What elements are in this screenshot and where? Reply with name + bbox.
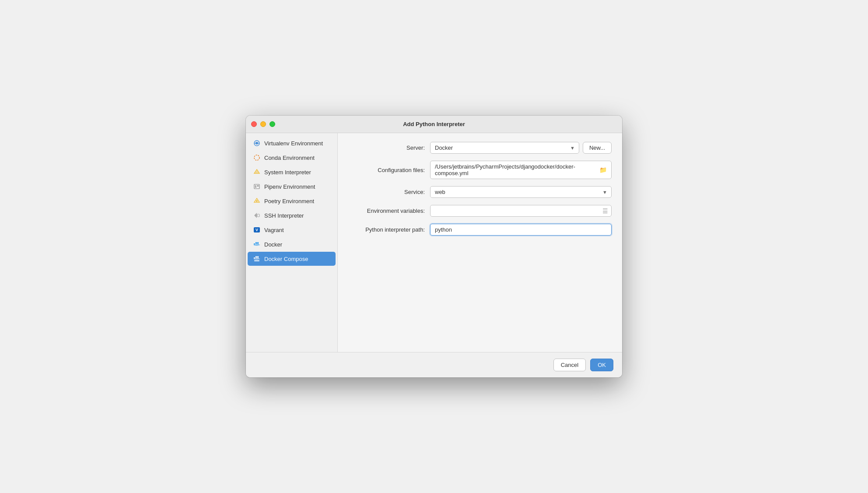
- dialog-footer: Cancel OK: [246, 352, 622, 377]
- service-row: Service: web db redis ▼: [348, 186, 612, 198]
- svg-rect-17: [257, 242, 259, 243]
- svg-rect-16: [256, 242, 257, 243]
- sidebar-item-vagrant[interactable]: V Vagrant: [248, 223, 336, 237]
- config-files-field[interactable]: /Users/jetbrains/PycharmProjects/djangod…: [430, 161, 612, 179]
- service-label: Service:: [348, 189, 425, 195]
- system-icon: [253, 168, 261, 176]
- env-vars-control: ☰: [430, 205, 612, 217]
- svg-rect-18: [254, 257, 255, 259]
- sidebar-item-poetry[interactable]: Poetry Environment: [248, 194, 336, 208]
- close-button[interactable]: [251, 121, 257, 127]
- svg-rect-13: [254, 243, 255, 245]
- interpreter-path-row: Python interpreter path:: [348, 224, 612, 236]
- interpreter-path-control: [430, 224, 612, 236]
- sidebar: Virtualenv Environment Conda Environment: [246, 133, 338, 352]
- sidebar-item-label: Poetry Environment: [264, 198, 314, 204]
- config-files-label: Configuration files:: [348, 167, 425, 173]
- interpreter-path-label: Python interpreter path:: [348, 226, 425, 233]
- sidebar-item-label: SSH Interpreter: [264, 212, 304, 219]
- svg-rect-20: [257, 257, 259, 259]
- svg-marker-9: [254, 213, 257, 218]
- server-row: Server: Docker Docker Machine Custom ▼ N…: [348, 142, 612, 154]
- svg-rect-10: [257, 214, 259, 217]
- poetry-icon: [253, 197, 261, 205]
- sidebar-item-system[interactable]: System Interpreter: [248, 165, 336, 179]
- sidebar-item-conda[interactable]: Conda Environment: [248, 151, 336, 165]
- svg-rect-14: [256, 243, 257, 245]
- svg-point-1: [256, 142, 258, 144]
- add-python-interpreter-dialog: Add Python Interpreter Virtualenv Enviro…: [246, 116, 622, 377]
- config-files-value: /Users/jetbrains/PycharmProjects/djangod…: [435, 163, 599, 176]
- sidebar-item-label: Docker Compose: [264, 256, 308, 262]
- svg-rect-15: [257, 243, 259, 245]
- svg-rect-7: [257, 185, 259, 187]
- config-files-row: Configuration files: /Users/jetbrains/Py…: [348, 161, 612, 179]
- title-bar: Add Python Interpreter: [246, 116, 622, 133]
- cancel-button[interactable]: Cancel: [553, 359, 586, 371]
- config-control: /Users/jetbrains/PycharmProjects/djangod…: [430, 161, 612, 179]
- svg-point-8: [256, 200, 258, 202]
- docker-icon: [253, 240, 261, 248]
- sidebar-item-ssh[interactable]: SSH Interpreter: [248, 208, 336, 222]
- env-vars-label: Environment variables:: [348, 208, 425, 214]
- service-select[interactable]: web db redis: [430, 186, 612, 198]
- docker-compose-icon: [253, 255, 261, 263]
- svg-rect-21: [256, 256, 257, 257]
- dialog-content: Virtualenv Environment Conda Environment: [246, 133, 622, 352]
- dialog-title: Add Python Interpreter: [403, 121, 465, 127]
- sidebar-item-pipenv[interactable]: Pipenv Environment: [248, 180, 336, 194]
- server-select-wrap: Docker Docker Machine Custom ▼: [430, 142, 579, 154]
- sidebar-item-docker-compose[interactable]: Docker Compose: [248, 252, 336, 266]
- server-label: Server:: [348, 144, 425, 151]
- new-server-button[interactable]: New...: [583, 142, 612, 154]
- sidebar-item-label: Conda Environment: [264, 155, 315, 161]
- svg-rect-23: [254, 260, 259, 261]
- sidebar-item-label: System Interpreter: [264, 169, 311, 176]
- interpreter-path-input[interactable]: [430, 224, 612, 236]
- virtualenv-icon: [253, 139, 261, 147]
- svg-text:V: V: [256, 228, 258, 232]
- sidebar-item-label: Vagrant: [264, 227, 284, 233]
- folder-icon: 📁: [599, 166, 607, 173]
- traffic-lights: [251, 121, 275, 127]
- minimize-button[interactable]: [260, 121, 266, 127]
- sidebar-item-label: Virtualenv Environment: [264, 140, 323, 147]
- sidebar-item-label: Docker: [264, 241, 282, 248]
- service-select-wrap: web db redis ▼: [430, 186, 612, 198]
- svg-rect-6: [255, 185, 256, 188]
- ssh-icon: [253, 211, 261, 219]
- svg-rect-5: [254, 184, 259, 189]
- svg-rect-22: [257, 256, 259, 257]
- env-vars-input[interactable]: [430, 205, 612, 217]
- service-control: web db redis ▼: [430, 186, 612, 198]
- svg-rect-19: [256, 257, 257, 259]
- vagrant-icon: V: [253, 226, 261, 234]
- sidebar-item-docker[interactable]: Docker: [248, 237, 336, 251]
- conda-icon: [253, 154, 261, 162]
- server-select[interactable]: Docker Docker Machine Custom: [430, 142, 579, 154]
- ok-button[interactable]: OK: [590, 359, 613, 371]
- main-panel: Server: Docker Docker Machine Custom ▼ N…: [338, 133, 622, 352]
- sidebar-item-virtualenv[interactable]: Virtualenv Environment: [248, 136, 336, 150]
- env-vars-wrap: ☰: [430, 205, 612, 217]
- maximize-button[interactable]: [270, 121, 275, 127]
- pipenv-icon: [253, 183, 261, 190]
- sidebar-item-label: Pipenv Environment: [264, 183, 315, 190]
- env-vars-row: Environment variables: ☰: [348, 205, 612, 217]
- server-control: Docker Docker Machine Custom ▼ New...: [430, 142, 612, 154]
- svg-point-4: [254, 155, 259, 160]
